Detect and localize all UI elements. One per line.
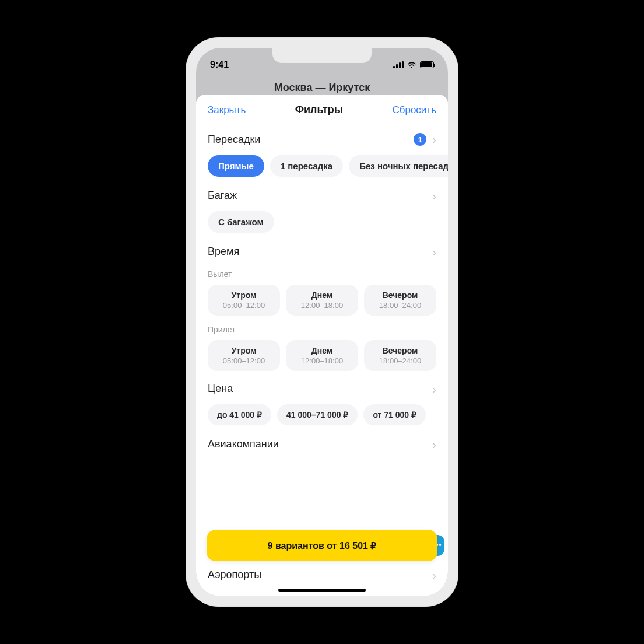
- wifi-icon: [407, 61, 416, 68]
- arrive-chips: Утром 05:00–12:00 Днем 12:00–18:00 Вечер…: [196, 337, 448, 374]
- arrive-evening[interactable]: Вечером 18:00–24:00: [364, 340, 436, 371]
- section-airports-title: Аэропорты: [208, 569, 261, 581]
- reset-button[interactable]: Сбросить: [392, 104, 436, 116]
- chevron-right-icon: ›: [432, 190, 436, 202]
- status-time: 9:41: [210, 60, 229, 70]
- chevron-right-icon: ›: [432, 246, 436, 258]
- depart-evening[interactable]: Вечером 18:00–24:00: [364, 285, 436, 316]
- baggage-chips: С багажом: [196, 208, 448, 237]
- arrive-morning[interactable]: Утром 05:00–12:00: [208, 340, 280, 371]
- chip-price-high[interactable]: от 71 000 ₽: [363, 404, 426, 425]
- chip-direct[interactable]: Прямые: [208, 155, 264, 177]
- home-indicator: [278, 589, 366, 592]
- chip-with-baggage[interactable]: С багажом: [208, 211, 274, 233]
- status-right: [393, 61, 434, 68]
- cellular-icon: [393, 61, 404, 68]
- sheet-content: Пересадки 1 › Прямые 1 пересадка Без ноч…: [196, 125, 448, 596]
- section-time-title: Время: [208, 246, 239, 258]
- section-baggage-title: Багаж: [208, 190, 237, 202]
- price-chips: до 41 000 ₽ 41 000–71 000 ₽ от 71 000 ₽: [196, 401, 448, 430]
- chip-no-night[interactable]: Без ночных пересадок: [349, 155, 448, 177]
- chevron-right-icon: ›: [432, 569, 436, 581]
- section-price-header[interactable]: Цена ›: [196, 374, 448, 401]
- transfers-badge: 1: [414, 133, 426, 146]
- section-airlines-title: Авиакомпании: [208, 438, 279, 450]
- apply-results-button[interactable]: 9 вариантов от 16 501 ₽: [206, 530, 438, 561]
- notch: [272, 48, 372, 63]
- background-nav-title: Москва — Иркутск: [196, 78, 448, 95]
- phone-frame: 9:41 Москва — Иркутск Закрыть Фильтры Сб…: [186, 37, 459, 607]
- battery-icon: [420, 61, 434, 68]
- sheet-title: Фильтры: [295, 104, 344, 116]
- depart-chips: Утром 05:00–12:00 Днем 12:00–18:00 Вечер…: [196, 281, 448, 319]
- chevron-right-icon: ›: [432, 439, 436, 450]
- screen: 9:41 Москва — Иркутск Закрыть Фильтры Сб…: [196, 48, 448, 596]
- section-baggage-header[interactable]: Багаж ›: [196, 181, 448, 208]
- chip-price-low[interactable]: до 41 000 ₽: [208, 404, 271, 425]
- transfers-chips: Прямые 1 пересадка Без ночных пересадок: [196, 152, 448, 181]
- section-price-title: Цена: [208, 383, 233, 395]
- depart-subhead: Вылет: [196, 264, 448, 281]
- arrive-day[interactable]: Днем 12:00–18:00: [286, 340, 358, 371]
- arrive-subhead: Прилет: [196, 319, 448, 337]
- section-transfers-title: Пересадки: [208, 134, 260, 146]
- depart-day[interactable]: Днем 12:00–18:00: [286, 285, 358, 316]
- chip-one-stop[interactable]: 1 пересадка: [270, 155, 343, 177]
- chip-price-mid[interactable]: 41 000–71 000 ₽: [277, 404, 358, 425]
- depart-morning[interactable]: Утром 05:00–12:00: [208, 285, 280, 316]
- close-button[interactable]: Закрыть: [208, 104, 246, 116]
- chevron-right-icon: ›: [432, 383, 436, 395]
- section-airports-header[interactable]: Аэропорты ›: [196, 561, 448, 584]
- section-transfers-header[interactable]: Пересадки 1 ›: [196, 125, 448, 152]
- section-airlines-header[interactable]: Авиакомпании ›: [196, 430, 448, 478]
- sheet-header: Закрыть Фильтры Сбросить: [196, 94, 448, 124]
- section-time-header[interactable]: Время ›: [196, 237, 448, 264]
- filters-sheet: Закрыть Фильтры Сбросить Пересадки 1 › П…: [196, 94, 448, 596]
- chevron-right-icon: ›: [432, 134, 436, 145]
